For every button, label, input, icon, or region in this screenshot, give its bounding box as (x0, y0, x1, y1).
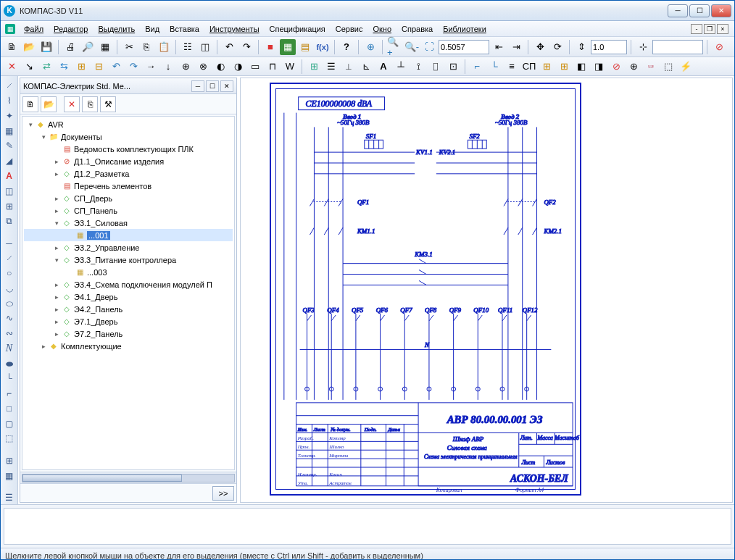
zoom-in-button[interactable]: 🔍+ (386, 39, 402, 55)
command-area[interactable] (4, 508, 731, 545)
menu-file[interactable]: Файл (20, 23, 48, 35)
preview-button[interactable]: 🔎 (80, 39, 96, 55)
eb15[interactable]: W (282, 59, 298, 75)
eb6[interactable]: ⊟ (91, 59, 107, 75)
panel-more-button[interactable]: >> (212, 486, 234, 501)
eb13[interactable]: ▭ (247, 59, 263, 75)
help-button[interactable]: ? (339, 39, 354, 55)
tree-item[interactable]: ▦...003 (24, 266, 233, 278)
stop-button[interactable]: ■ (262, 39, 278, 55)
canvas[interactable]: СЕ100000008 dВА Ввод 1 ~50Гц 380В Ввод 2… (240, 78, 733, 503)
eb2[interactable]: ↘ (21, 59, 37, 75)
mdi-close[interactable]: × (717, 24, 728, 34)
menu-libs[interactable]: Библиотеки (439, 23, 491, 35)
lt6[interactable]: ◢ (2, 154, 17, 168)
lt18[interactable]: N (2, 342, 17, 356)
lt27[interactable]: ☰ (2, 490, 17, 504)
eb9[interactable]: ⊕ (178, 59, 194, 75)
lt1[interactable]: ⟋ (2, 79, 17, 93)
eb4[interactable]: ⇆ (56, 59, 72, 75)
undo2[interactable]: ↶ (108, 59, 124, 75)
pan-button[interactable]: ✥ (532, 39, 548, 55)
menu-service[interactable]: Сервис (331, 23, 368, 35)
eb3[interactable]: ⇄ (38, 59, 54, 75)
lt11[interactable]: ─ (2, 236, 17, 250)
eb31[interactable]: ◧ (573, 59, 589, 75)
menu-spec[interactable]: Спецификация (265, 23, 330, 35)
vars-button[interactable]: ▤ (297, 39, 313, 55)
eb29[interactable]: ⊞ (539, 59, 555, 75)
eb19[interactable]: ⊾ (358, 59, 374, 75)
eb8[interactable]: ↓ (160, 59, 176, 75)
tree-item[interactable]: ▸◇Э7.2_Панель (24, 327, 233, 340)
lt5[interactable]: ✎ (2, 139, 17, 153)
lt2[interactable]: ⌇ (2, 94, 17, 108)
zoom-out-button[interactable]: 🔍- (404, 39, 420, 55)
eb16[interactable]: ⊞ (306, 59, 322, 75)
eb20[interactable]: A (375, 59, 391, 75)
redo2[interactable]: ↷ (125, 59, 141, 75)
tree-item[interactable]: ▸◆Комплектующие (24, 340, 233, 352)
eb28[interactable]: СП (521, 59, 537, 75)
print-button[interactable]: 🖨 (62, 39, 78, 55)
pt-new[interactable]: 🗎 (22, 96, 38, 112)
lt23[interactable]: ▢ (2, 417, 17, 430)
lt14[interactable]: ◡ (2, 281, 17, 295)
step-combo[interactable] (591, 40, 627, 54)
lt16[interactable]: ∿ (2, 312, 17, 325)
spec-button[interactable]: ▦ (280, 39, 296, 55)
tree-item[interactable]: ▸◇СП_Дверь (24, 192, 233, 204)
menu-window[interactable]: Окно (368, 23, 396, 35)
lt13[interactable]: ○ (2, 267, 17, 280)
tree-item[interactable]: ▸◇Э4.1_Дверь (24, 291, 233, 303)
eb18[interactable]: ⟂ (341, 59, 357, 75)
eb33[interactable]: ⊘ (608, 59, 624, 75)
lt9[interactable]: ⊞ (2, 199, 17, 213)
lt22[interactable]: □ (2, 402, 17, 416)
tree-item[interactable]: ▤Ведомость комплектующих ПЛК (24, 143, 233, 155)
lt15[interactable]: ⬭ (2, 296, 17, 310)
undo-button[interactable]: ↶ (221, 39, 237, 55)
lt20[interactable]: └ (2, 372, 17, 385)
redo-button[interactable]: ↷ (238, 39, 254, 55)
eb7[interactable]: → (143, 59, 159, 75)
menu-view[interactable]: Вид (141, 23, 164, 35)
tree-item[interactable]: ▦...001 (24, 229, 233, 241)
tree-item[interactable]: ▾◇Э3.3_Питание контроллера (24, 254, 233, 266)
tree-item[interactable]: ▸◇Э3.2_Управление (24, 241, 233, 254)
pt-cfg[interactable]: ⚒ (100, 96, 116, 112)
tree-item[interactable]: ▾📁Документы (24, 130, 233, 143)
redraw-button[interactable]: ⟳ (549, 39, 565, 55)
eb14[interactable]: ⊓ (265, 59, 281, 75)
eb27[interactable]: ≡ (504, 59, 520, 75)
tree-item[interactable]: ▸◇СП_Панель (24, 204, 233, 217)
eb5[interactable]: ⊞ (73, 59, 89, 75)
copy-button[interactable]: ⎘ (138, 39, 154, 55)
mdi-min[interactable]: - (691, 24, 702, 34)
paste-button[interactable]: 📋 (156, 39, 172, 55)
lt3[interactable]: ✦ (2, 109, 17, 123)
zoom-window-button[interactable]: ⊕ (362, 39, 378, 55)
lt25[interactable]: ⊞ (2, 454, 17, 467)
lt17[interactable]: ∾ (2, 327, 17, 340)
eb22[interactable]: ⟟ (410, 59, 426, 75)
lt12[interactable]: ⟋ (2, 251, 17, 265)
tree-item[interactable]: ▸◇Э7.1_Дверь (24, 315, 233, 327)
tree-item[interactable]: ▸◇Э4.2_Панель (24, 303, 233, 315)
open-button[interactable]: 📂 (21, 39, 37, 55)
menu-select[interactable]: Выделить (94, 23, 139, 35)
pt-copy[interactable]: ⎘ (82, 96, 98, 112)
tree-item[interactable]: ▸◇Э3.4_Схема подключения модулей П (24, 278, 233, 291)
tree-item[interactable]: ▾◆AVR (24, 118, 233, 130)
lt7[interactable]: A (2, 170, 17, 183)
panel-max[interactable]: ☐ (206, 80, 219, 92)
snap1-button[interactable]: ⊹ (635, 39, 651, 55)
lt19[interactable]: ⬬ (2, 356, 17, 370)
menu-tools[interactable]: Инструменты (205, 23, 264, 35)
menu-edit[interactable]: Редактор (49, 23, 92, 35)
eb21[interactable]: ┴ (393, 59, 409, 75)
zoom-next-button[interactable]: ⇥ (508, 39, 524, 55)
eb1[interactable]: ✕ (4, 59, 20, 75)
mdi-restore[interactable]: ❐ (704, 24, 715, 34)
zoom-fit-button[interactable]: ⛶ (421, 39, 437, 55)
